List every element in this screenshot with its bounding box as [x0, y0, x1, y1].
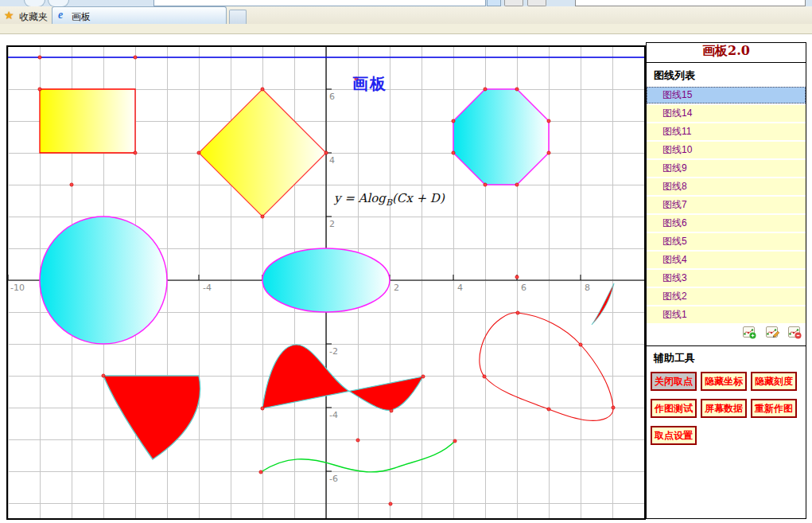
x-tick-label: 8 [585, 283, 590, 293]
curve-list-item[interactable]: 图线11 [647, 123, 806, 140]
point-marker[interactable] [516, 311, 519, 314]
tool-button-close-points[interactable]: 关闭取点 [651, 372, 697, 391]
point-marker[interactable] [356, 439, 359, 442]
tab-title: 画板 [72, 10, 91, 24]
curve-list-item[interactable]: 图线8 [647, 178, 806, 195]
curve-green-wave[interactable] [261, 441, 455, 472]
point-marker[interactable] [390, 409, 393, 412]
point-marker[interactable] [197, 151, 200, 154]
tool-button-screen-data[interactable]: 屏幕数据 [701, 399, 747, 418]
canvas-title: 画板 [352, 73, 387, 95]
browser-command-strip [0, 24, 812, 34]
curve-list-item[interactable]: 图线15 [647, 87, 806, 103]
point-marker[interactable] [259, 470, 262, 474]
curve-list-item[interactable]: 图线9 [647, 160, 806, 177]
point-marker[interactable] [515, 275, 519, 279]
point-marker[interactable] [452, 151, 455, 154]
point-marker[interactable] [70, 183, 73, 186]
curve-list-item[interactable]: 图线1 [647, 306, 806, 323]
browser-tab-bar: ★ 收藏夹 e 画板 [0, 6, 812, 24]
point-marker[interactable] [38, 88, 41, 91]
ie-logo-icon: e [58, 9, 63, 21]
point-marker[interactable] [389, 502, 392, 505]
y-tick-label: -2 [329, 346, 338, 357]
new-tab-button[interactable] [229, 10, 247, 24]
point-marker[interactable] [483, 375, 486, 378]
point-marker[interactable] [579, 343, 582, 346]
tool-buttons: 关闭取点隐藏坐标隐藏刻度作图测试屏幕数据重新作图取点设置 [647, 370, 806, 453]
formula-base: B [386, 197, 392, 208]
x-tick-label: 4 [457, 283, 463, 293]
tool-button-redraw[interactable]: 重新作图 [751, 399, 797, 418]
point-marker[interactable] [515, 183, 519, 186]
plot-svg[interactable]: -10-42468642-2-4-6 [8, 47, 644, 518]
curve-list-item[interactable]: 图线4 [647, 252, 806, 268]
y-tick-label: 2 [329, 219, 335, 229]
curve-red-wave[interactable] [262, 345, 423, 410]
point-marker[interactable] [612, 406, 615, 409]
point-marker[interactable] [38, 56, 41, 59]
curve-rectangle[interactable] [40, 89, 135, 153]
point-marker[interactable] [102, 374, 105, 377]
point-marker[interactable] [261, 407, 264, 410]
browser-tab[interactable]: e 画板 [52, 6, 227, 24]
curve-list-item[interactable]: 图线2 [647, 288, 806, 305]
point-marker[interactable] [547, 119, 550, 123]
curve-list-item[interactable]: 图线14 [647, 105, 806, 122]
search-input[interactable] [575, 0, 806, 6]
curve-list-item[interactable]: 图线7 [647, 197, 806, 213]
curve-circle[interactable] [40, 217, 167, 344]
application-window: ★ 收藏夹 e 画板 -10-42468642-2-4-6 画板 y = Alo… [0, 0, 812, 523]
point-marker[interactable] [547, 151, 550, 154]
curve-list: 图线15图线14图线11图线10图线9图线8图线7图线6图线5图线4图线3图线2… [647, 87, 806, 323]
address-bar[interactable] [153, 0, 486, 6]
x-tick-label: 6 [521, 283, 526, 293]
sidebar: 画板2.0 图线列表 图线15图线14图线11图线10图线9图线8图线7图线6图… [646, 42, 806, 519]
add-curve-icon[interactable] [743, 326, 756, 339]
favorites-star-icon[interactable]: ★ [4, 9, 14, 21]
compatibility-button[interactable] [487, 0, 501, 6]
point-marker[interactable] [453, 439, 457, 443]
point-marker[interactable] [134, 56, 137, 59]
point-marker[interactable] [484, 88, 487, 91]
y-tick-label: 6 [329, 92, 335, 102]
point-marker[interactable] [324, 151, 328, 154]
tool-button-hide-ticks[interactable]: 隐藏刻度 [751, 372, 797, 391]
tools-header: 辅助工具 [647, 346, 806, 370]
app-title: 画板2.0 [647, 43, 806, 63]
y-tick-label: -6 [329, 474, 338, 484]
curve-octagon[interactable] [453, 89, 549, 185]
curve-red-crescent[interactable] [592, 283, 614, 325]
curve-diamond[interactable] [199, 89, 326, 217]
curve-list-item[interactable]: 图线10 [647, 142, 806, 158]
curve-list-item[interactable]: 图线5 [647, 233, 806, 250]
stop-button[interactable] [527, 0, 546, 6]
point-marker[interactable] [261, 215, 264, 218]
favorites-label[interactable]: 收藏夹 [19, 10, 48, 24]
refresh-button[interactable] [504, 0, 523, 6]
curve-list-item[interactable]: 图线3 [647, 270, 806, 287]
curve-red-blob[interactable] [480, 313, 613, 421]
formula-fn: log [367, 191, 385, 205]
delete-curve-icon[interactable] [788, 326, 802, 339]
point-marker[interactable] [261, 88, 264, 91]
point-marker[interactable] [452, 119, 455, 123]
edit-curve-icon[interactable] [766, 326, 779, 339]
formula-eq: = [340, 191, 358, 205]
tool-button-point-settings[interactable]: 取点设置 [651, 426, 697, 445]
curve-ellipse[interactable] [262, 248, 390, 312]
point-marker[interactable] [134, 151, 137, 154]
point-marker[interactable] [422, 375, 425, 378]
point-marker[interactable] [547, 408, 550, 411]
point-marker[interactable] [515, 88, 519, 91]
formula-label: y = AlogB(Cx + D) [334, 191, 445, 208]
plot-canvas[interactable]: -10-42468642-2-4-6 画板 y = AlogB(Cx + D) [6, 45, 646, 520]
y-tick-label: -4 [329, 410, 338, 420]
tool-button-plot-test[interactable]: 作图测试 [651, 399, 697, 418]
curve-list-item[interactable]: 图线6 [647, 215, 806, 232]
x-tick-label: 2 [394, 283, 399, 293]
browser-navigation-bar [0, 0, 812, 6]
curve-red-fin[interactable] [103, 376, 200, 459]
tool-button-hide-axes[interactable]: 隐藏坐标 [701, 372, 747, 391]
point-marker[interactable] [484, 183, 487, 186]
